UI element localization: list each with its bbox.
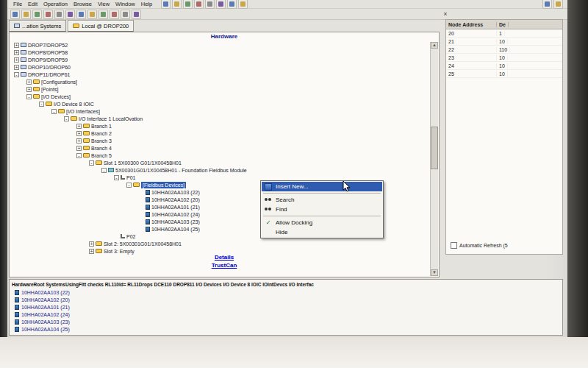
tree-item[interactable]: +Branch 4	[10, 144, 439, 152]
tree-item[interactable]: -DROP11/DROP61	[10, 71, 439, 78]
tree-item[interactable]: +DROP8/DROP58	[10, 49, 439, 56]
print-icon[interactable]	[194, 0, 204, 9]
toolbar-row1	[161, 0, 248, 9]
output-item-label: 10HHA02AA103 (23)	[21, 319, 70, 325]
tree-item-label: DROP8/DROP58	[28, 49, 68, 56]
table-cell: 1	[497, 31, 505, 36]
tree-item[interactable]: -[I/O Interfaces]	[10, 107, 439, 115]
context-menu-label: Hide	[276, 229, 287, 236]
link-details[interactable]: Details	[10, 253, 439, 261]
tree-item[interactable]: -Branch 5	[10, 152, 439, 159]
table-cell: 110	[497, 47, 510, 52]
tree-item[interactable]: +Branch 1	[10, 122, 439, 130]
view-tree-icon[interactable]	[87, 10, 97, 19]
tree-scrollbar[interactable]: ▲ ▼	[430, 42, 438, 276]
panel-close-icon[interactable]: ×	[441, 10, 450, 18]
tree-item-label: DROP9/DROP59	[28, 57, 68, 63]
tree-item[interactable]: +[Points]	[10, 85, 439, 93]
menu-view[interactable]: View	[95, 1, 112, 7]
refresh-icon[interactable]	[43, 10, 53, 19]
paste-icon[interactable]	[227, 0, 237, 9]
copy-icon[interactable]	[216, 0, 226, 9]
context-menu-item-find[interactable]: Find	[262, 205, 382, 214]
table-row[interactable]: 201	[446, 29, 562, 38]
tree-item[interactable]: -I/O Interface 1 LocalOvation	[10, 115, 439, 122]
properties-icon[interactable]	[98, 10, 108, 19]
menu-window[interactable]: Window	[112, 1, 138, 7]
collapse-icon: -	[51, 109, 57, 114]
export-icon[interactable]	[121, 10, 130, 19]
filter-icon[interactable]	[65, 10, 75, 19]
tree-panel-title: Hardware	[10, 32, 439, 41]
tree-item[interactable]: -I/O Device 8 IOIC	[10, 100, 439, 107]
tree-item[interactable]: +[Configurations]	[10, 78, 439, 85]
device-icon	[146, 227, 150, 232]
tab-local-drop200[interactable]: Local @ DROP200	[68, 20, 134, 32]
menu-browse[interactable]: Browse	[71, 1, 95, 7]
menu-edit[interactable]: Edit	[25, 1, 40, 7]
menubar-items: FileEditOperationBrowseViewWindowHelp	[10, 1, 155, 7]
collapse-icon: -	[76, 153, 82, 158]
expand-icon: +	[14, 50, 19, 55]
tab-operation-systems[interactable]: ...ation Systems	[9, 20, 66, 32]
table-row[interactable]: 2410	[446, 62, 562, 70]
tree-item[interactable]: +Branch 2	[10, 130, 439, 137]
auto-refresh-option: Automatic Refresh (5	[451, 242, 508, 249]
auto-refresh-checkbox[interactable]	[451, 242, 457, 249]
context-menu-item-hide[interactable]: Hide	[262, 227, 382, 237]
search-icon[interactable]	[54, 10, 64, 19]
toolbar: ×	[7, 9, 567, 20]
tree-item-label: [Fieldbus Devices]	[141, 182, 186, 188]
table-row[interactable]: 22110	[446, 46, 562, 54]
tree-item-label: Slot 2: 5X00301G01/1X00458H01	[104, 241, 182, 247]
output-item[interactable]: 10HHA02AA101 (21)	[12, 303, 560, 311]
tree-item[interactable]: +DROP10/DROP60	[10, 63, 439, 71]
output-item[interactable]: 10HHA02AA103 (23)	[12, 318, 560, 325]
menu-help[interactable]: Help	[138, 1, 155, 7]
table-row[interactable]: 2110	[446, 38, 562, 46]
back-icon[interactable]	[10, 10, 20, 19]
scroll-up-icon[interactable]: ▲	[431, 42, 438, 49]
collapse-icon: -	[114, 175, 119, 180]
device-icon	[146, 205, 150, 210]
output-item[interactable]: 10HHA02AA102 (24)	[12, 311, 560, 318]
menu-operation[interactable]: Operation	[40, 1, 71, 7]
cut-icon[interactable]	[205, 0, 215, 9]
menu-file[interactable]: File	[10, 1, 25, 7]
link-trustcan[interactable]: TrustCan	[10, 261, 439, 269]
delete-icon[interactable]	[238, 0, 248, 9]
save-icon[interactable]	[183, 0, 193, 9]
tree-item[interactable]: -Slot 1 5X00300 G01/1X00458H01	[10, 159, 439, 166]
context-menu-item-allow-docking[interactable]: ✓Allow Docking	[262, 218, 382, 227]
scrollbar-thumb[interactable]	[431, 127, 438, 169]
table-row[interactable]: 2510	[446, 70, 562, 78]
context-menu-item-insert-new[interactable]: Insert New...	[262, 182, 382, 191]
open-icon[interactable]	[172, 0, 182, 9]
import-icon[interactable]	[110, 10, 119, 19]
collapse-icon: -	[26, 94, 32, 99]
context-menu: Insert New...SearchFind✓Allow DockingHid…	[260, 180, 384, 238]
scroll-down-icon[interactable]: ▼	[431, 269, 438, 276]
tree-item[interactable]: +DROP9/DROP59	[10, 56, 439, 63]
tree-item[interactable]: -5X00301G01/1X00458H01 - Foundation Fiel…	[10, 166, 439, 174]
forward-icon[interactable]	[21, 10, 31, 19]
output-item[interactable]: 10HHA02AA103 (22)	[12, 289, 560, 296]
output-item[interactable]: 10HHA02AA102 (20)	[12, 296, 560, 303]
help-icon[interactable]	[132, 10, 141, 19]
drop-icon	[21, 72, 26, 77]
camera-icon[interactable]	[542, 0, 552, 9]
context-menu-item-search[interactable]: Search	[262, 195, 382, 205]
port-icon	[121, 234, 125, 238]
binoculars-icon	[265, 197, 272, 203]
users-icon[interactable]	[553, 0, 563, 9]
view-list-icon[interactable]	[76, 10, 86, 19]
device-icon	[15, 297, 19, 302]
new-file-icon[interactable]	[161, 0, 171, 9]
tree-item[interactable]: -[I/O Devices]	[10, 93, 439, 100]
tree-item[interactable]: +Slot 2: 5X00301G01/1X00458H01	[10, 240, 439, 247]
output-item[interactable]: 10HHA02AA104 (25)	[12, 325, 560, 333]
table-row[interactable]: 2310	[446, 54, 562, 62]
tree-item[interactable]: +Branch 3	[10, 137, 439, 144]
up-level-icon[interactable]	[32, 10, 42, 19]
tree-item[interactable]: +DROP7/DROP52	[10, 41, 439, 49]
